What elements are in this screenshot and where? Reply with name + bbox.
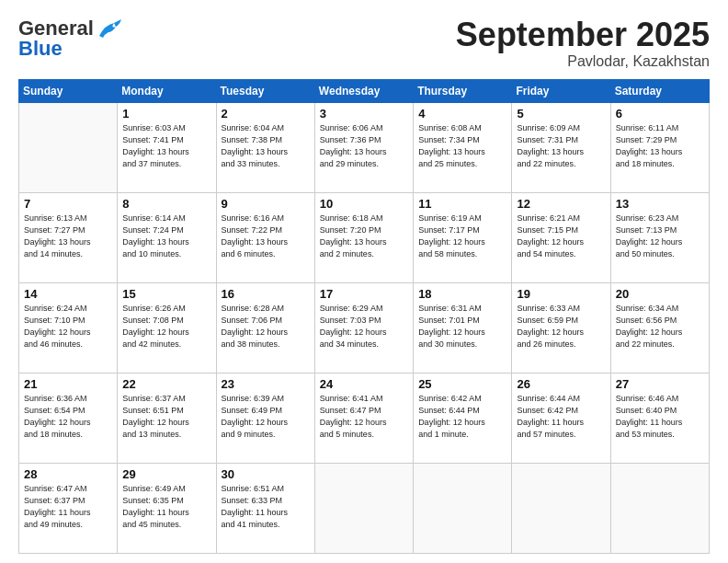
day-info: Sunrise: 6:08 AM Sunset: 7:34 PM Dayligh… [418,122,506,170]
table-row: 19Sunrise: 6:33 AM Sunset: 6:59 PM Dayli… [512,282,610,373]
table-row: 18Sunrise: 6:31 AM Sunset: 7:01 PM Dayli… [414,282,512,373]
day-number: 14 [24,287,112,301]
day-info: Sunrise: 6:31 AM Sunset: 7:01 PM Dayligh… [418,303,506,350]
day-number: 20 [616,287,704,301]
table-row: 7Sunrise: 6:13 AM Sunset: 7:27 PM Daylig… [19,192,118,282]
table-row: 22Sunrise: 6:37 AM Sunset: 6:51 PM Dayli… [118,373,216,463]
title-section: September 2025 Pavlodar, Kazakhstan [456,17,710,70]
table-row: 21Sunrise: 6:36 AM Sunset: 6:54 PM Dayli… [19,373,118,463]
week-row-5: 28Sunrise: 6:47 AM Sunset: 6:37 PM Dayli… [19,463,710,553]
week-row-2: 7Sunrise: 6:13 AM Sunset: 7:27 PM Daylig… [19,192,710,282]
table-row: 28Sunrise: 6:47 AM Sunset: 6:37 PM Dayli… [19,463,118,553]
day-info: Sunrise: 6:28 AM Sunset: 7:06 PM Dayligh… [222,303,310,350]
col-wednesday: Wednesday [314,79,413,102]
day-info: Sunrise: 6:18 AM Sunset: 7:20 PM Dayligh… [320,213,408,260]
day-info: Sunrise: 6:44 AM Sunset: 6:42 PM Dayligh… [517,393,605,441]
week-row-3: 14Sunrise: 6:24 AM Sunset: 7:10 PM Dayli… [19,282,710,373]
day-info: Sunrise: 6:49 AM Sunset: 6:35 PM Dayligh… [122,483,210,531]
calendar-table: Sunday Monday Tuesday Wednesday Thursday… [18,79,710,554]
day-number: 21 [24,377,112,391]
table-row: 10Sunrise: 6:18 AM Sunset: 7:20 PM Dayli… [314,192,413,282]
table-row [610,463,709,553]
day-number: 26 [517,377,605,391]
day-info: Sunrise: 6:51 AM Sunset: 6:33 PM Dayligh… [222,483,310,531]
day-number: 24 [320,377,408,391]
calendar-header-row: Sunday Monday Tuesday Wednesday Thursday… [19,79,710,102]
location: Pavlodar, Kazakhstan [456,53,710,70]
day-number: 6 [616,107,704,121]
col-thursday: Thursday [414,79,512,102]
day-number: 3 [320,107,408,121]
table-row: 15Sunrise: 6:26 AM Sunset: 7:08 PM Dayli… [118,282,216,373]
day-info: Sunrise: 6:47 AM Sunset: 6:37 PM Dayligh… [24,483,112,531]
table-row: 24Sunrise: 6:41 AM Sunset: 6:47 PM Dayli… [314,373,413,463]
col-tuesday: Tuesday [216,79,314,102]
day-number: 8 [122,197,210,211]
day-info: Sunrise: 6:24 AM Sunset: 7:10 PM Dayligh… [24,303,112,350]
day-info: Sunrise: 6:14 AM Sunset: 7:24 PM Dayligh… [122,213,210,260]
table-row: 14Sunrise: 6:24 AM Sunset: 7:10 PM Dayli… [19,282,118,373]
day-info: Sunrise: 6:16 AM Sunset: 7:22 PM Dayligh… [222,213,310,260]
table-row: 27Sunrise: 6:46 AM Sunset: 6:40 PM Dayli… [610,373,709,463]
day-number: 16 [222,287,310,301]
table-row [19,102,118,192]
day-info: Sunrise: 6:19 AM Sunset: 7:17 PM Dayligh… [418,213,506,260]
week-row-4: 21Sunrise: 6:36 AM Sunset: 6:54 PM Dayli… [19,373,710,463]
day-number: 10 [320,197,408,211]
day-number: 11 [418,197,506,211]
day-info: Sunrise: 6:41 AM Sunset: 6:47 PM Dayligh… [320,393,408,441]
day-number: 29 [122,467,210,481]
table-row: 29Sunrise: 6:49 AM Sunset: 6:35 PM Dayli… [118,463,216,553]
day-number: 17 [320,287,408,301]
day-info: Sunrise: 6:03 AM Sunset: 7:41 PM Dayligh… [122,122,210,170]
day-number: 2 [222,107,310,121]
day-info: Sunrise: 6:11 AM Sunset: 7:29 PM Dayligh… [616,122,704,170]
table-row: 25Sunrise: 6:42 AM Sunset: 6:44 PM Dayli… [414,373,512,463]
day-info: Sunrise: 6:36 AM Sunset: 6:54 PM Dayligh… [24,393,112,441]
day-number: 12 [517,197,605,211]
table-row: 6Sunrise: 6:11 AM Sunset: 7:29 PM Daylig… [610,102,709,192]
table-row [414,463,512,553]
table-row [512,463,610,553]
table-row: 2Sunrise: 6:04 AM Sunset: 7:38 PM Daylig… [216,102,314,192]
day-info: Sunrise: 6:09 AM Sunset: 7:31 PM Dayligh… [517,122,605,170]
logo-blue-text: Blue [18,37,63,61]
day-number: 19 [517,287,605,301]
table-row: 30Sunrise: 6:51 AM Sunset: 6:33 PM Dayli… [216,463,314,553]
day-info: Sunrise: 6:39 AM Sunset: 6:49 PM Dayligh… [222,393,310,441]
day-info: Sunrise: 6:13 AM Sunset: 7:27 PM Dayligh… [24,213,112,260]
month-title: September 2025 [456,17,710,53]
logo-bird-icon [96,19,121,40]
table-row: 5Sunrise: 6:09 AM Sunset: 7:31 PM Daylig… [512,102,610,192]
table-row: 3Sunrise: 6:06 AM Sunset: 7:36 PM Daylig… [314,102,413,192]
day-info: Sunrise: 6:34 AM Sunset: 6:56 PM Dayligh… [616,303,704,350]
table-row [314,463,413,553]
day-info: Sunrise: 6:33 AM Sunset: 6:59 PM Dayligh… [517,303,605,350]
day-number: 30 [222,467,310,481]
day-number: 7 [24,197,112,211]
header: General Blue September 2025 Pavlodar, Ka… [18,17,710,70]
day-number: 9 [222,197,310,211]
day-info: Sunrise: 6:26 AM Sunset: 7:08 PM Dayligh… [122,303,210,350]
page: General Blue September 2025 Pavlodar, Ka… [0,0,728,563]
day-info: Sunrise: 6:46 AM Sunset: 6:40 PM Dayligh… [616,393,704,441]
table-row: 20Sunrise: 6:34 AM Sunset: 6:56 PM Dayli… [610,282,709,373]
table-row: 8Sunrise: 6:14 AM Sunset: 7:24 PM Daylig… [118,192,216,282]
day-number: 13 [616,197,704,211]
day-number: 18 [418,287,506,301]
table-row: 23Sunrise: 6:39 AM Sunset: 6:49 PM Dayli… [216,373,314,463]
table-row: 16Sunrise: 6:28 AM Sunset: 7:06 PM Dayli… [216,282,314,373]
day-info: Sunrise: 6:29 AM Sunset: 7:03 PM Dayligh… [320,303,408,350]
day-number: 22 [122,377,210,391]
col-sunday: Sunday [19,79,118,102]
day-number: 25 [418,377,506,391]
table-row: 1Sunrise: 6:03 AM Sunset: 7:41 PM Daylig… [118,102,216,192]
day-info: Sunrise: 6:42 AM Sunset: 6:44 PM Dayligh… [418,393,506,441]
logo: General Blue [18,17,121,61]
day-number: 23 [222,377,310,391]
day-number: 28 [24,467,112,481]
col-monday: Monday [118,79,216,102]
table-row: 26Sunrise: 6:44 AM Sunset: 6:42 PM Dayli… [512,373,610,463]
table-row: 4Sunrise: 6:08 AM Sunset: 7:34 PM Daylig… [414,102,512,192]
table-row: 9Sunrise: 6:16 AM Sunset: 7:22 PM Daylig… [216,192,314,282]
